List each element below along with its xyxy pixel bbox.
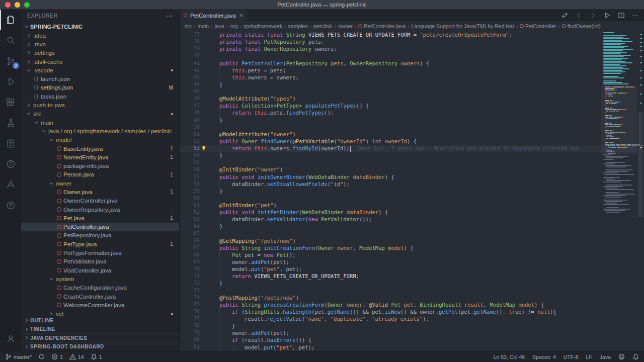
encoding[interactable]: UTF-8 [564,354,579,360]
code-line[interactable]: 81model.put("pet", pet); [180,344,637,351]
code-line[interactable]: 58dataBinder.setDisallowedFields("id"); [180,180,637,188]
code-line[interactable]: 63dataBinder.setValidator(new PetValidat… [180,216,637,223]
minimap-viewport[interactable] [601,86,637,154]
code-line[interactable]: 66@GetMapping("/pets/new") [180,237,637,244]
more-actions-icon[interactable] [166,13,173,20]
problems-errors[interactable]: 1 [51,353,63,360]
code-line[interactable]: 79owner.addPet(pet); [180,329,637,336]
code-line[interactable]: 74@PostMapping("/pets/new") [180,294,637,301]
tree-file[interactable]: PetRepository.java [21,231,179,240]
code-line[interactable]: 39private final OwnerRepository owners; [180,45,637,52]
tree-file[interactable]: Person.java1 [21,170,179,179]
breadcrumb-item[interactable]: java [214,23,224,29]
tree-folder[interactable]: .settings [21,49,179,57]
code-line[interactable]: 65 [180,230,637,237]
close-tab-icon[interactable]: × [239,13,243,19]
tree-folder[interactable]: java / org / springframework / samples /… [21,127,179,135]
tree-file[interactable]: {}launch.json [21,74,179,83]
code-line[interactable]: 68Pet pet = new Pet(); [180,251,637,258]
account-icon[interactable] [0,328,21,349]
language-mode[interactable]: Java [600,354,611,360]
breadcrumb-item[interactable]: petclinic [313,23,333,29]
tree-file[interactable]: PetType.java1 [21,240,179,248]
tree-folder[interactable]: src● [21,110,179,118]
tree-folder[interactable]: system [21,275,179,283]
breadcrumb-item[interactable]: samples [288,23,308,29]
breadcrumb-item[interactable]: owner [338,23,353,29]
back-icon[interactable] [575,12,583,19]
tree-file[interactable]: {}settings.jsonM [21,83,179,92]
code-line[interactable]: 76if (StringUtils.hasLength(pet.getName(… [180,308,637,315]
close-window-button[interactable] [5,2,11,8]
code-line[interactable]: 51@ModelAttribute("owner") [180,131,637,138]
code-line[interactable]: 69owner.addPet(pet); [180,258,637,265]
code-line[interactable]: 44} [180,81,637,88]
run-icon[interactable] [603,12,611,19]
code-line[interactable]: 72} [180,280,637,287]
code-line[interactable]: 57public void initOwnerBinder(WebDataBin… [180,173,637,180]
breadcrumb-item[interactable]: Language Support for Java(TM) by Red Hat [411,23,514,29]
forward-icon[interactable] [589,12,597,19]
scrollbar-thumb[interactable] [638,112,643,217]
tree-file[interactable]: CacheConfiguration.java [21,284,179,292]
tree-file[interactable]: PetController.java [21,223,179,231]
tree-file[interactable]: CrashController.java [21,292,179,301]
code-line[interactable]: 41public PetController(PetRepository pet… [180,60,637,67]
code-line[interactable]: 43this.owners = owners; [180,74,637,81]
open-changes-icon[interactable] [561,12,569,19]
code-line[interactable]: 71return VIEWS_PETS_CREATE_OR_UPDATE_FOR… [180,273,637,280]
run-debug-icon[interactable] [0,71,21,92]
cursor-position[interactable]: Ln 53, Col 46 [494,354,525,360]
code-line[interactable]: 54} [180,152,637,159]
minimap[interactable] [601,31,637,351]
tree-folder[interactable]: owner [21,179,179,188]
project-icon[interactable] [0,133,21,154]
code-line[interactable]: 40 [180,52,637,59]
code-line[interactable]: 46@ModelAttribute("types") [180,95,637,102]
indentation[interactable]: Spaces: 4 [532,354,556,360]
breadcrumb-item[interactable]: org [230,23,237,29]
code-line[interactable]: 56@InitBinder("owner") [180,166,637,173]
sidebar-section-outline[interactable]: OUTLINE [21,316,179,325]
extensions-icon[interactable] [0,92,21,113]
tree-root-spring-petclinic[interactable]: SPRING-PETCLINIC [21,22,179,31]
problems-warnings[interactable]: 14 [69,353,84,360]
code-line[interactable]: 67public String initCreationForm(Owner o… [180,244,637,251]
notifications[interactable] [632,353,639,360]
more-actions-icon[interactable] [631,12,639,19]
live-share-icon[interactable] [0,195,21,216]
breadcrumb-item[interactable]: PetController.java [358,23,406,29]
breadcrumb-item[interactable]: springframework [244,23,283,29]
explorer-icon[interactable] [0,10,21,30]
tree-file[interactable]: Pet.java1 [21,214,179,222]
sidebar-section-spring-boot-dashboard[interactable]: SPRING-BOOT DASHBOARD [21,342,179,351]
code-line[interactable]: 55 [180,159,637,166]
tree-file[interactable]: PetValidator.java [21,257,179,266]
tree-file[interactable]: {}tasks.json [21,92,179,101]
code-line[interactable]: 61@InitBinder("pet") [180,202,637,209]
sidebar-section-timeline[interactable]: TIMELINE [21,325,179,334]
breadcrumb-item[interactable]: main [197,23,209,29]
branch-status[interactable]: master* [5,353,32,360]
tree-folder[interactable]: model [21,136,179,144]
tree-folder[interactable]: vet● [21,310,179,316]
feedback[interactable] [618,353,625,360]
tree-file[interactable]: Owner.java1 [21,188,179,196]
notifications-count[interactable]: 1 [91,353,102,360]
tree-file[interactable]: package-info.java [21,161,179,170]
tree-folder[interactable]: main [21,118,179,127]
tree-folder[interactable]: push-to-pws [21,101,179,109]
tree-file[interactable]: VisitController.java [21,266,179,275]
code-line[interactable]: 59} [180,188,637,195]
code-line[interactable]: 37private static final String VIEWS_PETS… [180,31,637,38]
tree-file[interactable]: PetTypeFormatter.java [21,248,179,257]
sidebar-section-java-dependencies[interactable]: JAVA DEPENDENCIES [21,333,179,342]
tree-folder[interactable]: .mvn [21,40,179,48]
code-line[interactable]: 70model.put("pet", pet); [180,265,637,273]
eol[interactable]: LF [586,354,592,360]
scrollbar[interactable] [637,31,644,351]
tree-file[interactable]: OwnerController.java [21,197,179,205]
minimize-window-button[interactable] [15,2,20,8]
code-line[interactable]: 47public Collection<PetType> populatePet… [180,102,637,109]
tree-file[interactable]: BaseEntity.java1 [21,144,179,153]
